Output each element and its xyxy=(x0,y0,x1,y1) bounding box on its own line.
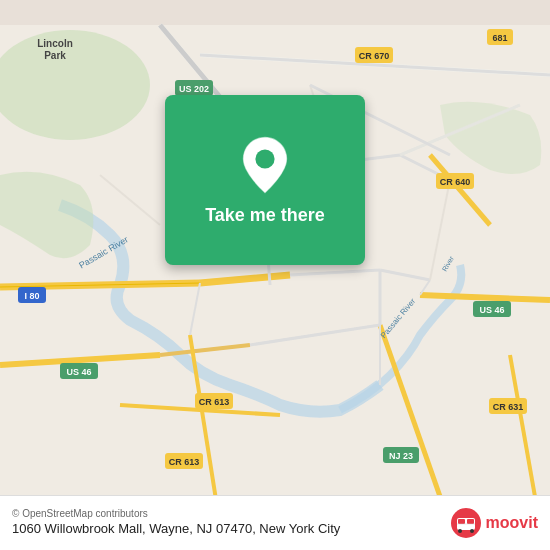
svg-rect-36 xyxy=(458,519,465,524)
cr613b-label: CR 613 xyxy=(169,457,200,467)
take-me-there-card[interactable]: Take me there xyxy=(165,95,365,265)
moovit-text: moovit xyxy=(486,514,538,532)
map-background: US 202 CR 670 681 CR 640 I 80 US 46 US 4… xyxy=(0,0,550,550)
i80-label: I 80 xyxy=(24,291,39,301)
take-me-there-label: Take me there xyxy=(205,205,325,226)
cr670-label: CR 670 xyxy=(359,51,390,61)
moovit-logo: moovit xyxy=(450,507,538,539)
svg-point-39 xyxy=(470,529,474,533)
nj23-label: NJ 23 xyxy=(389,451,413,461)
svg-point-38 xyxy=(458,529,462,533)
cr613a-label: CR 613 xyxy=(199,397,230,407)
lincoln-park-label2: Park xyxy=(44,50,66,61)
us202-label: US 202 xyxy=(179,84,209,94)
bottom-bar: © OpenStreetMap contributors 1060 Willow… xyxy=(0,495,550,550)
cr681-label: 681 xyxy=(492,33,507,43)
us46-right-label: US 46 xyxy=(479,305,504,315)
moovit-bus-icon xyxy=(450,507,482,539)
lincoln-park-label: Lincoln xyxy=(37,38,73,49)
address-text: 1060 Willowbrook Mall, Wayne, NJ 07470, … xyxy=(12,521,440,538)
us46-left-label: US 46 xyxy=(66,367,91,377)
copyright-text: © OpenStreetMap contributors xyxy=(12,508,440,519)
svg-rect-37 xyxy=(467,519,474,524)
map-container: US 202 CR 670 681 CR 640 I 80 US 46 US 4… xyxy=(0,0,550,550)
location-pin-icon xyxy=(240,135,290,195)
svg-point-33 xyxy=(255,149,274,168)
bottom-left: © OpenStreetMap contributors 1060 Willow… xyxy=(12,508,440,538)
cr640-label: CR 640 xyxy=(440,177,471,187)
cr631-label: CR 631 xyxy=(493,402,524,412)
